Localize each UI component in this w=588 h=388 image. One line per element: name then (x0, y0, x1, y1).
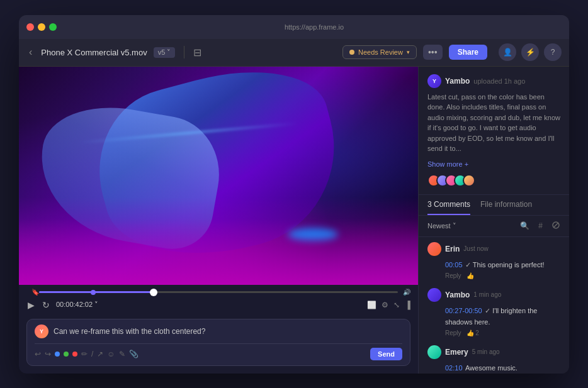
comment-header-emery: Emery 5 min ago (427, 345, 560, 359)
avatars-row (427, 174, 560, 187)
line-icon[interactable]: / (91, 350, 93, 358)
search-icon[interactable]: 🔍 (520, 221, 529, 230)
comments-filter: Newest ˅ 🔍 # (419, 216, 569, 237)
more-button[interactable]: ••• (423, 45, 443, 60)
like-yambo[interactable]: 👍 2 (466, 330, 479, 336)
help-icon[interactable]: ? (544, 43, 562, 61)
color-green[interactable] (64, 352, 69, 357)
time-display[interactable]: 00:00:42:02 ˅ (56, 301, 98, 309)
comments-list: Erin Just now 00:05 ✓ This opening is pe… (419, 237, 569, 374)
progress-fill (39, 291, 154, 293)
time-emery: 5 min ago (472, 348, 500, 355)
upload-info: Y Yambo uploaded 1h ago Latest cut, pass… (419, 67, 569, 195)
controls-right: ⬜ ⚙ ⤡ ▐ (367, 301, 410, 309)
comment-item-yambo: Yambo 1 min ago 00:27-00:50 ✓ I'll brigh… (427, 288, 560, 336)
controls-row: ▶ ↻ 00:00:42:02 ˅ ⬜ ⚙ ⤡ ▐ (26, 299, 410, 311)
title-bar: https://app.frame.io (19, 15, 569, 39)
bars-icon[interactable]: ▐ (405, 301, 410, 309)
divider (184, 46, 184, 58)
text-emery: Awesome music. (465, 364, 517, 372)
tab-file-info[interactable]: File information (480, 195, 532, 215)
back-button[interactable]: ‹ (26, 44, 35, 60)
bookmark-icon: 🔖 (31, 289, 39, 296)
comment-marker (91, 290, 96, 295)
author-yambo: Yambo (445, 291, 470, 299)
maximize-dot[interactable] (49, 23, 57, 31)
bolt-icon[interactable]: ⚡ (521, 43, 539, 61)
filter-newest[interactable]: Newest ˅ (427, 222, 456, 230)
avatar-yambo (427, 288, 441, 302)
emoji-icon[interactable]: ☺ (107, 350, 115, 358)
comment-body-yambo: 00:27-00:50 ✓ I'll brighten the shadows … (427, 304, 560, 327)
app-window: https://app.frame.io ‹ Phone X Commercia… (19, 15, 569, 374)
tab-comments[interactable]: 3 Comments (427, 195, 470, 215)
progress-track[interactable] (39, 291, 398, 293)
redo-icon[interactable]: ↪ (45, 350, 51, 358)
status-badge[interactable]: Needs Review ▾ (342, 45, 417, 59)
video-area[interactable] (19, 67, 418, 285)
view-icons: ⊟ (193, 47, 201, 58)
comment-header-yambo: Yambo 1 min ago (427, 288, 560, 302)
participant-avatar-5 (463, 174, 475, 187)
hide-icon[interactable] (551, 221, 560, 231)
arrow-icon[interactable]: ↗ (97, 350, 103, 358)
main-content: 🔖 🔊 ▶ ↻ 00:00:42:02 ˅ ⬜ ⚙ ⤡ (19, 67, 569, 374)
comment-body-erin: 00:05 ✓ This opening is perfect! (427, 258, 560, 270)
color-blue[interactable] (55, 352, 60, 357)
undo-icon[interactable]: ↩ (35, 350, 41, 358)
timestamp-erin[interactable]: 00:05 (445, 261, 463, 269)
uploader-avatar: Y (427, 74, 441, 88)
like-erin[interactable]: 👍 (466, 272, 474, 279)
upload-description: Latest cut, pass on the color has been d… (427, 92, 560, 154)
timestamp-yambo[interactable]: 00:27-00:50 (445, 307, 482, 314)
minimize-dot[interactable] (38, 23, 45, 31)
verified-icon-erin: ✓ (465, 261, 473, 269)
window-controls (26, 23, 57, 31)
share-button[interactable]: Share (449, 45, 487, 60)
reply-erin[interactable]: Reply (445, 272, 461, 279)
time-erin: Just now (463, 245, 488, 252)
comment-body-emery: 02:10 Awesome music. (427, 362, 560, 373)
status-label: Needs Review (358, 48, 403, 56)
panel-tabs: 3 Comments File information (419, 195, 569, 216)
reply-yambo[interactable]: Reply (445, 330, 461, 336)
time-yambo: 1 min ago (473, 291, 501, 298)
chevron-down-icon: ▾ (407, 49, 410, 55)
svg-line-1 (553, 223, 558, 228)
timestamp-emery[interactable]: 02:10 (445, 364, 463, 372)
file-title: Phone X Commercial v5.mov (41, 48, 147, 57)
avatar-erin (427, 242, 441, 256)
fullscreen-icon[interactable]: ⬜ (367, 301, 376, 309)
show-more-link[interactable]: Show more + (427, 160, 468, 168)
color-red[interactable] (72, 352, 77, 357)
close-dot[interactable] (26, 23, 34, 31)
upload-time: uploaded 1h ago (473, 77, 525, 85)
send-button[interactable]: Send (370, 348, 402, 360)
version-badge[interactable]: v5 ˅ (154, 47, 176, 58)
tab-file-info-label: File information (480, 200, 532, 209)
settings-icon[interactable]: ⚙ (382, 301, 388, 309)
uploader-row: Y Yambo uploaded 1h ago (427, 74, 560, 88)
commenter-initials: Y (40, 328, 43, 335)
url-text: https://app.frame.io (285, 23, 344, 31)
verified-icon-yambo: ✓ (485, 307, 492, 314)
progress-bar-container[interactable]: 🔖 🔊 (26, 289, 410, 296)
comment-text-display[interactable]: Can we re-frame this with the cloth cent… (54, 327, 402, 336)
tab-comments-label: 3 Comments (427, 200, 470, 209)
volume-icon: 🔊 (403, 289, 410, 296)
view-icon[interactable]: ⊟ (193, 47, 201, 58)
comment-input-row: Y Can we re-frame this with the cloth ce… (35, 324, 402, 338)
play-button[interactable]: ▶ (26, 299, 36, 311)
actions-erin: Reply 👍 (427, 272, 560, 279)
uploader-name: Yambo (445, 77, 470, 86)
draw-icon[interactable]: ✎ (119, 350, 125, 358)
top-nav: ‹ Phone X Commercial v5.mov v5 ˅ ⊟ Needs… (19, 39, 569, 67)
pen-icon[interactable]: ✏ (81, 350, 88, 358)
video-controls: 🔖 🔊 ▶ ↻ 00:00:42:02 ˅ ⬜ ⚙ ⤡ (19, 285, 418, 314)
expand-icon[interactable]: ⤡ (393, 301, 400, 309)
tag-icon[interactable]: # (538, 221, 543, 230)
loop-button[interactable]: ↻ (41, 299, 51, 311)
progress-thumb[interactable] (150, 289, 157, 296)
user-icon[interactable]: 👤 (499, 43, 516, 61)
attachment-icon[interactable]: 📎 (129, 350, 139, 358)
